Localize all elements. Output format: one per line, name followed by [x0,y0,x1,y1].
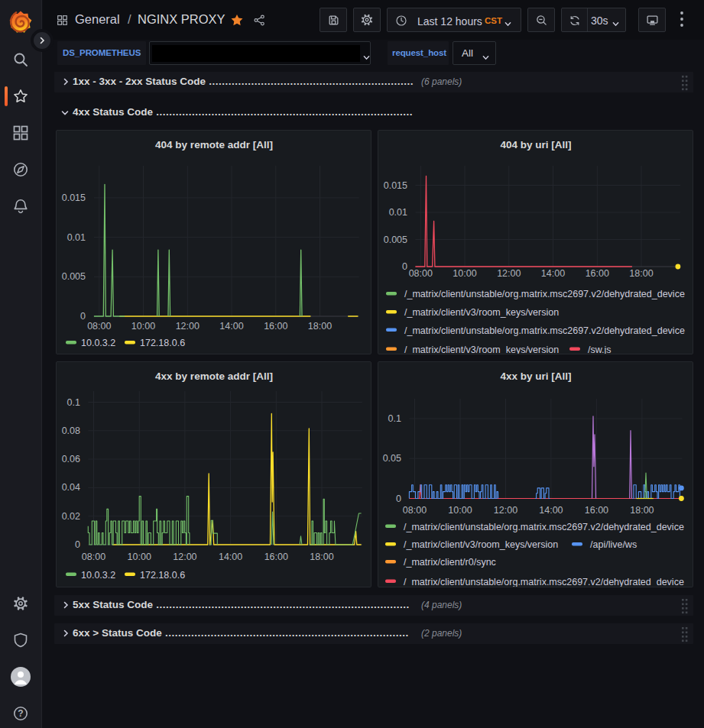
svg-text:18:00: 18:00 [629,268,653,279]
svg-text:/_matrix/client/v3/room_keys/v: /_matrix/client/v3/room_keys/version [404,345,559,355]
svg-text:0.01: 0.01 [67,232,86,243]
svg-text:0.04: 0.04 [62,482,80,493]
svg-text:14:00: 14:00 [219,552,242,562]
svg-text:0.01: 0.01 [389,207,407,218]
svg-text:0.06: 0.06 [62,454,80,464]
svg-text:/api/live/ws: /api/live/ws [590,539,637,550]
svg-text:0.1: 0.1 [388,413,401,424]
svg-text:14:00: 14:00 [539,505,563,516]
svg-text:0: 0 [75,539,80,550]
svg-text:0.005: 0.005 [62,271,86,282]
svg-text:18:00: 18:00 [630,505,654,516]
svg-text:10:00: 10:00 [453,268,476,279]
svg-text:12:00: 12:00 [497,268,521,279]
svg-text:0.05: 0.05 [383,453,401,464]
svg-text:172.18.0.6: 172.18.0.6 [140,338,185,348]
svg-text:?: ? [18,708,23,719]
svg-text:12:00: 12:00 [176,321,200,332]
svg-text:/_matrix/client/unstable/org.m: /_matrix/client/unstable/org.matrix.msc2… [404,325,685,336]
svg-text:0: 0 [396,493,401,504]
svg-text:16:00: 16:00 [264,321,287,332]
svg-text:/_matrix/client/unstable/org.m: /_matrix/client/unstable/org.matrix.msc2… [404,522,684,532]
svg-text:0.08: 0.08 [62,425,80,436]
svg-text:10.0.3.2: 10.0.3.2 [81,338,115,348]
svg-text:0.005: 0.005 [384,235,407,245]
svg-text:16:00: 16:00 [264,552,288,562]
svg-text:4xx by remote addr [All]: 4xx by remote addr [All] [155,370,273,382]
svg-text:12:00: 12:00 [494,505,517,516]
svg-text:/sw.js: /sw.js [588,345,612,355]
svg-text:0.1: 0.1 [67,397,80,408]
svg-text:404 by uri [All]: 404 by uri [All] [500,139,571,150]
svg-text:0: 0 [80,311,86,322]
svg-text:08:00: 08:00 [87,321,111,332]
svg-text:/_matrix/client/v3/room_keys/v: /_matrix/client/v3/room_keys/version [404,307,559,318]
svg-text:/_matrix/client/unstable/org.m: /_matrix/client/unstable/org.matrix.msc2… [404,577,684,587]
svg-text:08:00: 08:00 [403,505,427,516]
svg-text:/_matrix/client/r0/sync: /_matrix/client/r0/sync [404,557,496,568]
svg-text:14:00: 14:00 [541,268,565,279]
svg-text:16:00: 16:00 [585,505,608,516]
svg-text:172.18.0.6: 172.18.0.6 [140,570,185,581]
svg-text:10:00: 10:00 [128,552,151,562]
svg-text:16:00: 16:00 [586,268,609,279]
svg-text:0.015: 0.015 [62,193,86,203]
svg-text:18:00: 18:00 [310,552,333,562]
svg-text:/_matrix/client/v3/room_keys/v: /_matrix/client/v3/room_keys/version [404,539,558,550]
svg-text:404 by remote addr [All]: 404 by remote addr [All] [155,139,273,150]
svg-text:0.02: 0.02 [62,511,80,522]
svg-text:18:00: 18:00 [308,321,332,332]
svg-text:/_matrix/client/unstable/org.m: /_matrix/client/unstable/org.matrix.msc2… [404,289,685,299]
svg-text:0: 0 [402,261,407,272]
svg-text:10.0.3.2: 10.0.3.2 [81,570,115,581]
svg-text:08:00: 08:00 [409,268,433,279]
svg-text:0.015: 0.015 [384,180,407,191]
svg-text:12:00: 12:00 [173,552,196,562]
svg-text:08:00: 08:00 [82,552,105,562]
svg-text:14:00: 14:00 [219,321,243,332]
svg-text:4xx by uri [All]: 4xx by uri [All] [500,370,571,382]
svg-text:10:00: 10:00 [131,321,155,332]
svg-text:10:00: 10:00 [448,505,472,516]
